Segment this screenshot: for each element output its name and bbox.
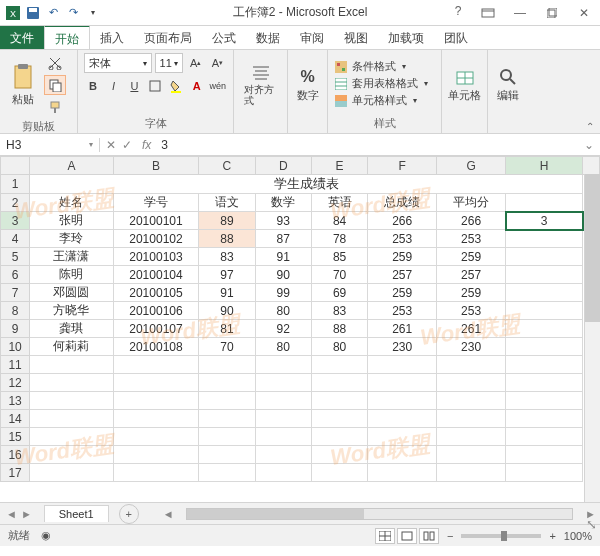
cell[interactable] bbox=[506, 428, 583, 446]
cell-B7[interactable]: 20100105 bbox=[113, 284, 199, 302]
tab-insert[interactable]: 插入 bbox=[90, 26, 134, 49]
cell-H9[interactable] bbox=[506, 320, 583, 338]
cell-H3[interactable]: 3 bbox=[506, 212, 583, 230]
header-cell[interactable]: 总成绩 bbox=[368, 194, 437, 212]
phonetic-icon[interactable]: wén bbox=[209, 76, 228, 96]
cell-C7[interactable]: 91 bbox=[199, 284, 255, 302]
cell-F10[interactable]: 230 bbox=[368, 338, 437, 356]
header-cell[interactable]: 平均分 bbox=[437, 194, 506, 212]
maximize-icon[interactable] bbox=[540, 4, 564, 22]
paste-button[interactable]: 粘贴 bbox=[6, 55, 40, 115]
font-size-select[interactable]: 11▾ bbox=[155, 53, 184, 73]
row-header-15[interactable]: 15 bbox=[1, 428, 30, 446]
col-header-D[interactable]: D bbox=[255, 157, 311, 175]
col-header-F[interactable]: F bbox=[368, 157, 437, 175]
cell-B4[interactable]: 20100102 bbox=[113, 230, 199, 248]
cell-D8[interactable]: 80 bbox=[255, 302, 311, 320]
cell-F8[interactable]: 253 bbox=[368, 302, 437, 320]
cell-E9[interactable]: 88 bbox=[311, 320, 367, 338]
cell[interactable] bbox=[30, 464, 113, 482]
editing-button[interactable]: 编辑 bbox=[494, 55, 522, 115]
cell-H5[interactable] bbox=[506, 248, 583, 266]
cell-B8[interactable]: 20100106 bbox=[113, 302, 199, 320]
row-header-13[interactable]: 13 bbox=[1, 392, 30, 410]
cells-button[interactable]: 单元格 bbox=[448, 55, 481, 115]
cell[interactable] bbox=[311, 464, 367, 482]
row-header-16[interactable]: 16 bbox=[1, 446, 30, 464]
cell[interactable] bbox=[311, 356, 367, 374]
cell[interactable] bbox=[368, 392, 437, 410]
cell[interactable] bbox=[113, 374, 199, 392]
cell-D5[interactable]: 91 bbox=[255, 248, 311, 266]
cell[interactable] bbox=[506, 356, 583, 374]
cell[interactable] bbox=[113, 464, 199, 482]
cell[interactable] bbox=[255, 464, 311, 482]
cell[interactable] bbox=[368, 428, 437, 446]
format-painter-icon[interactable] bbox=[44, 97, 66, 117]
col-header-A[interactable]: A bbox=[30, 157, 113, 175]
cell-D4[interactable]: 87 bbox=[255, 230, 311, 248]
zoom-in-button[interactable]: + bbox=[549, 530, 555, 542]
formula-input[interactable]: 3 bbox=[155, 138, 578, 152]
cell[interactable] bbox=[199, 446, 255, 464]
col-header-E[interactable]: E bbox=[311, 157, 367, 175]
cell-G4[interactable]: 253 bbox=[437, 230, 506, 248]
cell-E3[interactable]: 84 bbox=[311, 212, 367, 230]
cell[interactable] bbox=[199, 428, 255, 446]
cell[interactable] bbox=[30, 428, 113, 446]
expand-formula-icon[interactable]: ⌄ bbox=[578, 138, 600, 152]
cell[interactable] bbox=[368, 356, 437, 374]
cell[interactable] bbox=[113, 428, 199, 446]
tab-formulas[interactable]: 公式 bbox=[202, 26, 246, 49]
cell-G9[interactable]: 261 bbox=[437, 320, 506, 338]
cell[interactable] bbox=[437, 428, 506, 446]
row-header-10[interactable]: 10 bbox=[1, 338, 30, 356]
tab-home[interactable]: 开始 bbox=[44, 25, 90, 49]
cell[interactable] bbox=[255, 428, 311, 446]
cell-E10[interactable]: 80 bbox=[311, 338, 367, 356]
cell-G7[interactable]: 259 bbox=[437, 284, 506, 302]
cell-C5[interactable]: 83 bbox=[199, 248, 255, 266]
vertical-scrollbar[interactable] bbox=[584, 174, 600, 502]
redo-icon[interactable]: ↷ bbox=[64, 4, 82, 22]
row-header-4[interactable]: 4 bbox=[1, 230, 30, 248]
cell-D10[interactable]: 80 bbox=[255, 338, 311, 356]
cell[interactable] bbox=[30, 392, 113, 410]
hscroll-left-icon[interactable]: ◄ bbox=[159, 508, 178, 520]
row-header-2[interactable]: 2 bbox=[1, 194, 30, 212]
sheet-nav-prev-icon[interactable]: ◄ bbox=[6, 508, 17, 520]
qat-dropdown-icon[interactable]: ▾ bbox=[84, 4, 102, 22]
cell-A3[interactable]: 张明 bbox=[30, 212, 113, 230]
cell-D3[interactable]: 93 bbox=[255, 212, 311, 230]
cell-F6[interactable]: 257 bbox=[368, 266, 437, 284]
zoom-thumb[interactable] bbox=[501, 531, 507, 541]
cell-A8[interactable]: 方晓华 bbox=[30, 302, 113, 320]
cell[interactable] bbox=[255, 410, 311, 428]
cell[interactable] bbox=[199, 374, 255, 392]
font-name-select[interactable]: 宋体▾ bbox=[84, 53, 152, 73]
cell-H8[interactable] bbox=[506, 302, 583, 320]
underline-button[interactable]: U bbox=[126, 76, 144, 96]
cell-C6[interactable]: 97 bbox=[199, 266, 255, 284]
resize-grip-icon[interactable]: ⤡ bbox=[586, 517, 597, 532]
cell-A5[interactable]: 王潇潇 bbox=[30, 248, 113, 266]
tab-view[interactable]: 视图 bbox=[334, 26, 378, 49]
cell-styles-button[interactable]: 单元格样式▾ bbox=[334, 93, 428, 108]
cell-B10[interactable]: 20100108 bbox=[113, 338, 199, 356]
cell[interactable] bbox=[199, 356, 255, 374]
undo-icon[interactable]: ↶ bbox=[44, 4, 62, 22]
cell[interactable] bbox=[255, 374, 311, 392]
cell-A9[interactable]: 龚琪 bbox=[30, 320, 113, 338]
cell[interactable] bbox=[506, 464, 583, 482]
alignment-button[interactable]: 对齐方式 bbox=[244, 55, 278, 115]
cell[interactable] bbox=[506, 374, 583, 392]
cell-C4[interactable]: 88 bbox=[199, 230, 255, 248]
row-header-1[interactable]: 1 bbox=[1, 175, 30, 194]
cell-E6[interactable]: 70 bbox=[311, 266, 367, 284]
horizontal-scrollbar[interactable] bbox=[186, 508, 574, 520]
cell-A7[interactable]: 邓圆圆 bbox=[30, 284, 113, 302]
cell-H10[interactable] bbox=[506, 338, 583, 356]
header-cell[interactable]: 英语 bbox=[311, 194, 367, 212]
cell[interactable] bbox=[368, 410, 437, 428]
cell[interactable] bbox=[30, 446, 113, 464]
